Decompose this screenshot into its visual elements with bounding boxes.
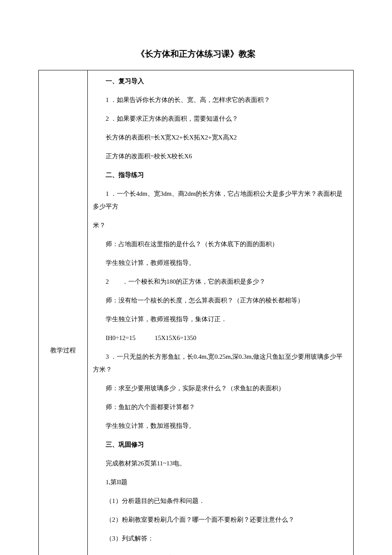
paragraph: 长方体的表面积=长X宽X2+长X拓X2+宽X高X2 bbox=[93, 131, 348, 144]
paragraph: 1 ．一个长4dm、宽3dm、商2dm的长方体，它占地面积公大是多少平方米？表面… bbox=[93, 187, 348, 213]
paragraph: 师：没有给一个核长的长度，怎么算表面积？（正方体的棱长都相等） bbox=[93, 294, 348, 307]
paragraph: 完成教材第26页第11~13电。 bbox=[93, 457, 348, 470]
lesson-plan-table: 教学过程 一、复习导入 1 ．如果告诉你长方体的长、宽、高，怎样求它的表面积？ … bbox=[38, 70, 354, 555]
document-title: 《长方体和正方体练习课》教案 bbox=[38, 47, 354, 61]
paragraph: （3）列式解答： bbox=[93, 532, 348, 545]
paragraph: （1）分析题目的已知条件和问题． bbox=[93, 494, 348, 507]
row-label-cell: 教学过程 bbox=[39, 70, 88, 555]
section-2-heading: 二、指导练习 bbox=[93, 169, 348, 181]
section-3-heading: 三、巩固修习 bbox=[93, 438, 348, 451]
paragraph: 1,第II题 bbox=[93, 476, 348, 488]
lesson-content-cell: 一、复习导入 1 ．如果告诉你长方体的长、宽、高，怎样求它的表面积？ 2 ．如果… bbox=[88, 70, 354, 555]
paragraph: 学生独立计算，教师巡视指导。 bbox=[93, 256, 348, 269]
paragraph: 学生独立计算，数加巡视指导。 bbox=[93, 419, 348, 432]
paragraph-continuation: 米？ bbox=[93, 219, 348, 232]
paragraph: （2）粉刷教室要粉刷几个面？哪一个面不要粉刷？还要注意什么？ bbox=[93, 513, 348, 526]
paragraph: 师：求至少要用玻璃多少，实际是求什么？（求鱼缸的表面枳） bbox=[93, 382, 348, 395]
row-label: 教学过程 bbox=[50, 347, 76, 354]
paragraph: 2 ．一个梭长和为180的正方体，它的表面积是多少？ bbox=[93, 275, 348, 288]
paragraph: 3 ．一只无益的长方形鱼缸，长0.4m,宽0.25m,深0.3m,做这只鱼缸至少… bbox=[93, 350, 348, 376]
formula-line: 4X[8×6+<8×3+6×3）X2-11.1] bbox=[93, 551, 348, 555]
paragraph: 1 ．如果告诉你长方体的长、宽、高，怎样求它的表面积？ bbox=[93, 93, 348, 106]
paragraph: 2 ．如果要求正方体的表面积，需要知道什么？ bbox=[93, 112, 348, 125]
section-1-heading: 一、复习导入 bbox=[93, 75, 348, 87]
paragraph: 正方体的改面积=校长X校长X6 bbox=[93, 150, 348, 163]
paragraph: 师：鱼缸的六个面都要计算都？ bbox=[93, 401, 348, 413]
paragraph: 学生独立计算，教师巡视指导，集体订正． bbox=[93, 313, 348, 325]
paragraph: IH0÷12=15 15X15X6=1350 bbox=[93, 331, 348, 344]
paragraph: 师：占地面积在这里指的是什么？（长方体底下的面的面枳） bbox=[93, 238, 348, 250]
